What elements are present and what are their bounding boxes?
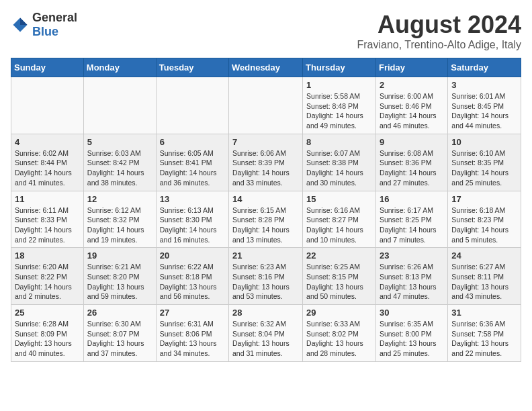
day-number: 31: [451, 308, 517, 318]
calendar-cell: 28Sunrise: 6:32 AMSunset: 8:04 PMDayligh…: [229, 305, 303, 362]
day-info: Sunrise: 6:15 AMSunset: 8:28 PMDaylight:…: [232, 205, 299, 245]
day-number: 22: [306, 250, 372, 261]
day-number: 10: [451, 137, 517, 147]
day-number: 24: [451, 250, 517, 261]
day-info: Sunrise: 6:33 AMSunset: 8:02 PMDaylight:…: [306, 319, 372, 359]
calendar-week-1: 1Sunrise: 5:58 AMSunset: 8:48 PMDaylight…: [11, 77, 521, 134]
day-info: Sunrise: 6:31 AMSunset: 8:06 PMDaylight:…: [160, 319, 225, 359]
calendar-table: SundayMondayTuesdayWednesdayThursdayFrid…: [11, 58, 521, 362]
day-number: 25: [15, 308, 80, 318]
header: General Blue August 2024 Fraviano, Trent…: [11, 11, 521, 51]
calendar-cell: [229, 77, 303, 134]
calendar-header: SundayMondayTuesdayWednesdayThursdayFrid…: [11, 58, 521, 77]
calendar-cell: 21Sunrise: 6:23 AMSunset: 8:16 PMDayligh…: [229, 248, 303, 305]
day-info: Sunrise: 6:03 AMSunset: 8:42 PMDaylight:…: [87, 148, 152, 188]
day-info: Sunrise: 6:26 AMSunset: 8:13 PMDaylight:…: [380, 262, 444, 302]
calendar-cell: 14Sunrise: 6:15 AMSunset: 8:28 PMDayligh…: [229, 191, 303, 248]
title-area: August 2024 Fraviano, Trentino-Alto Adig…: [357, 11, 521, 51]
calendar-cell: 2Sunrise: 6:00 AMSunset: 8:46 PMDaylight…: [375, 77, 447, 134]
day-number: 2: [380, 80, 444, 90]
day-number: 1: [306, 80, 372, 90]
day-info: Sunrise: 5:58 AMSunset: 8:48 PMDaylight:…: [306, 91, 372, 131]
calendar-cell: 20Sunrise: 6:22 AMSunset: 8:18 PMDayligh…: [156, 248, 228, 305]
day-number: 5: [87, 137, 152, 147]
day-info: Sunrise: 6:01 AMSunset: 8:45 PMDaylight:…: [451, 91, 517, 131]
day-number: 6: [160, 137, 225, 147]
month-year: August 2024: [357, 11, 521, 39]
calendar-cell: [83, 77, 156, 134]
calendar-cell: 4Sunrise: 6:02 AMSunset: 8:44 PMDaylight…: [11, 134, 84, 191]
day-number: 16: [380, 194, 444, 204]
col-header-monday: Monday: [83, 58, 156, 77]
calendar-cell: 15Sunrise: 6:16 AMSunset: 8:27 PMDayligh…: [303, 191, 376, 248]
calendar-cell: 24Sunrise: 6:27 AMSunset: 8:11 PMDayligh…: [448, 248, 521, 305]
day-info: Sunrise: 6:20 AMSunset: 8:22 PMDaylight:…: [15, 262, 80, 302]
calendar-cell: 26Sunrise: 6:30 AMSunset: 8:07 PMDayligh…: [83, 305, 156, 362]
calendar-cell: 25Sunrise: 6:28 AMSunset: 8:09 PMDayligh…: [11, 305, 84, 362]
day-info: Sunrise: 6:23 AMSunset: 8:16 PMDaylight:…: [232, 262, 299, 302]
col-header-wednesday: Wednesday: [229, 58, 303, 77]
calendar-cell: 13Sunrise: 6:13 AMSunset: 8:30 PMDayligh…: [156, 191, 228, 248]
day-info: Sunrise: 6:32 AMSunset: 8:04 PMDaylight:…: [232, 319, 299, 359]
day-info: Sunrise: 6:16 AMSunset: 8:27 PMDaylight:…: [306, 205, 372, 245]
day-number: 9: [380, 137, 444, 147]
calendar-cell: 12Sunrise: 6:12 AMSunset: 8:32 PMDayligh…: [83, 191, 156, 248]
day-number: 23: [380, 250, 444, 261]
calendar-cell: 16Sunrise: 6:17 AMSunset: 8:25 PMDayligh…: [375, 191, 447, 248]
day-number: 4: [15, 137, 80, 147]
day-number: 11: [15, 194, 80, 204]
calendar-cell: 3Sunrise: 6:01 AMSunset: 8:45 PMDaylight…: [448, 77, 521, 134]
day-info: Sunrise: 6:12 AMSunset: 8:32 PMDaylight:…: [87, 205, 152, 245]
day-info: Sunrise: 6:11 AMSunset: 8:33 PMDaylight:…: [15, 205, 80, 245]
day-number: 14: [232, 194, 299, 204]
day-info: Sunrise: 6:30 AMSunset: 8:07 PMDaylight:…: [87, 319, 152, 359]
logo-icon: [11, 15, 30, 34]
calendar-cell: 18Sunrise: 6:20 AMSunset: 8:22 PMDayligh…: [11, 248, 84, 305]
calendar-cell: 1Sunrise: 5:58 AMSunset: 8:48 PMDaylight…: [303, 77, 376, 134]
day-info: Sunrise: 6:18 AMSunset: 8:23 PMDaylight:…: [451, 205, 517, 245]
day-number: 20: [160, 250, 225, 261]
svg-marker-1: [20, 18, 28, 26]
col-header-thursday: Thursday: [303, 58, 376, 77]
day-info: Sunrise: 6:22 AMSunset: 8:18 PMDaylight:…: [160, 262, 225, 302]
day-info: Sunrise: 6:17 AMSunset: 8:25 PMDaylight:…: [380, 205, 444, 245]
calendar-cell: 19Sunrise: 6:21 AMSunset: 8:20 PMDayligh…: [83, 248, 156, 305]
day-info: Sunrise: 6:28 AMSunset: 8:09 PMDaylight:…: [15, 319, 80, 359]
calendar-cell: 27Sunrise: 6:31 AMSunset: 8:06 PMDayligh…: [156, 305, 228, 362]
day-info: Sunrise: 6:27 AMSunset: 8:11 PMDaylight:…: [451, 262, 517, 302]
day-info: Sunrise: 6:02 AMSunset: 8:44 PMDaylight:…: [15, 148, 80, 188]
calendar-cell: 17Sunrise: 6:18 AMSunset: 8:23 PMDayligh…: [448, 191, 521, 248]
calendar-cell: 6Sunrise: 6:05 AMSunset: 8:41 PMDaylight…: [156, 134, 228, 191]
day-info: Sunrise: 6:07 AMSunset: 8:38 PMDaylight:…: [306, 148, 372, 188]
logo-blue: Blue: [32, 25, 58, 38]
day-info: Sunrise: 6:00 AMSunset: 8:46 PMDaylight:…: [380, 91, 444, 131]
day-number: 29: [306, 308, 372, 318]
calendar-cell: 11Sunrise: 6:11 AMSunset: 8:33 PMDayligh…: [11, 191, 84, 248]
day-info: Sunrise: 6:21 AMSunset: 8:20 PMDaylight:…: [87, 262, 152, 302]
day-number: 30: [380, 308, 444, 318]
day-number: 13: [160, 194, 225, 204]
day-number: 28: [232, 308, 299, 318]
calendar-cell: 23Sunrise: 6:26 AMSunset: 8:13 PMDayligh…: [375, 248, 447, 305]
day-number: 19: [87, 250, 152, 261]
day-info: Sunrise: 6:35 AMSunset: 8:00 PMDaylight:…: [380, 319, 444, 359]
calendar-cell: 31Sunrise: 6:36 AMSunset: 7:58 PMDayligh…: [448, 305, 521, 362]
day-number: 12: [87, 194, 152, 204]
calendar-cell: 30Sunrise: 6:35 AMSunset: 8:00 PMDayligh…: [375, 305, 447, 362]
day-number: 15: [306, 194, 372, 204]
calendar-week-5: 25Sunrise: 6:28 AMSunset: 8:09 PMDayligh…: [11, 305, 521, 362]
calendar-cell: 29Sunrise: 6:33 AMSunset: 8:02 PMDayligh…: [303, 305, 376, 362]
logo: General Blue: [11, 11, 77, 39]
calendar-week-3: 11Sunrise: 6:11 AMSunset: 8:33 PMDayligh…: [11, 191, 521, 248]
calendar-week-4: 18Sunrise: 6:20 AMSunset: 8:22 PMDayligh…: [11, 248, 521, 305]
day-number: 17: [451, 194, 517, 204]
day-info: Sunrise: 6:06 AMSunset: 8:39 PMDaylight:…: [232, 148, 299, 188]
col-header-friday: Friday: [375, 58, 447, 77]
day-info: Sunrise: 6:10 AMSunset: 8:35 PMDaylight:…: [451, 148, 517, 188]
calendar-cell: [156, 77, 228, 134]
day-info: Sunrise: 6:08 AMSunset: 8:36 PMDaylight:…: [380, 148, 444, 188]
day-number: 3: [451, 80, 517, 90]
calendar-cell: 10Sunrise: 6:10 AMSunset: 8:35 PMDayligh…: [448, 134, 521, 191]
calendar-cell: [11, 77, 84, 134]
col-header-sunday: Sunday: [11, 58, 84, 77]
